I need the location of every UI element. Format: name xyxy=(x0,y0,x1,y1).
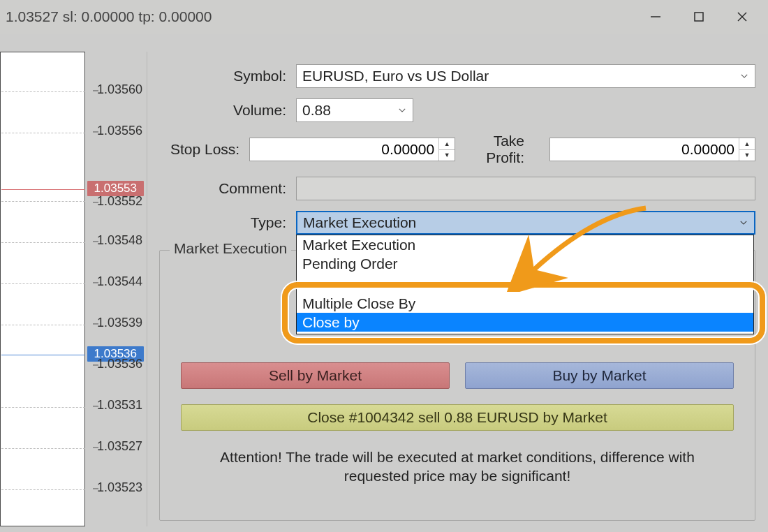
comment-label: Comment: xyxy=(159,180,296,197)
type-selected-value: Market Execution xyxy=(303,214,416,231)
type-label: Type: xyxy=(159,214,296,231)
tick-label: 1.03552 xyxy=(97,194,142,208)
price-chart-panel: 1.03560 1.03556 1.03553 1.03552 1.03548 … xyxy=(0,52,147,526)
chart-axis: 1.03560 1.03556 1.03553 1.03552 1.03548 … xyxy=(85,52,147,526)
titlebar: 1.03527 sl: 0.00000 tp: 0.00000 xyxy=(0,0,768,34)
ask-price-line xyxy=(1,189,85,191)
type-select[interactable]: Market Execution xyxy=(296,211,755,235)
sell-button-label: Sell by Market xyxy=(269,367,362,384)
type-option-close-by[interactable]: Close by xyxy=(297,313,753,332)
type-option-pending-order[interactable]: Pending Order xyxy=(297,254,753,273)
stop-loss-input[interactable]: ▲▼ xyxy=(249,138,455,161)
take-profit-input[interactable]: ▲▼ xyxy=(549,138,755,161)
window-title: 1.03527 sl: 0.00000 tp: 0.00000 xyxy=(6,8,634,25)
market-execution-title: Market Execution xyxy=(170,240,291,257)
maximize-button[interactable] xyxy=(677,0,721,34)
tick-label: 1.03531 xyxy=(97,398,142,412)
close-window-button[interactable] xyxy=(721,0,764,34)
volume-label: Volume: xyxy=(159,102,296,119)
chevron-down-icon xyxy=(397,102,407,119)
chevron-down-icon xyxy=(739,68,749,84)
symbol-select[interactable]: EURUSD, Euro vs US Dollar xyxy=(296,64,755,88)
chart-canvas xyxy=(0,52,85,526)
buy-by-market-button[interactable]: Buy by Market xyxy=(465,362,734,389)
svg-rect-1 xyxy=(695,13,703,21)
minimize-button[interactable] xyxy=(634,0,677,34)
sell-by-market-button[interactable]: Sell by Market xyxy=(181,362,450,389)
tick-label: 1.03548 xyxy=(97,233,142,247)
tick-label: 1.03523 xyxy=(97,480,142,494)
buy-button-label: Buy by Market xyxy=(552,367,646,384)
tick-label: 1.03556 xyxy=(97,124,142,138)
volume-value: 0.88 xyxy=(302,102,331,119)
close-button-label: Close #1004342 sell 0.88 EURUSD by Marke… xyxy=(307,409,607,426)
type-option-multiple-close-by[interactable]: Multiple Close By xyxy=(297,294,753,313)
stop-loss-label: Stop Loss: xyxy=(159,141,249,158)
take-profit-label: Take Profit: xyxy=(486,133,534,166)
symbol-label: Symbol: xyxy=(159,68,296,84)
comment-input[interactable] xyxy=(296,177,755,200)
tick-label: 1.03527 xyxy=(97,439,142,453)
bid-price-line xyxy=(1,355,85,356)
attention-text: Attention! The trade will be executed at… xyxy=(188,448,727,486)
take-profit-spinner[interactable]: ▲▼ xyxy=(739,138,755,161)
symbol-value: EURUSD, Euro vs US Dollar xyxy=(302,68,489,84)
chevron-down-icon xyxy=(739,214,748,231)
type-option-market-execution[interactable]: Market Execution xyxy=(297,235,753,254)
stop-loss-field[interactable] xyxy=(250,140,438,158)
volume-select[interactable]: 0.88 xyxy=(296,98,413,122)
tick-label: 1.03544 xyxy=(97,274,142,288)
close-position-button[interactable]: Close #1004342 sell 0.88 EURUSD by Marke… xyxy=(181,404,734,431)
type-dropdown-list[interactable]: Market Execution Pending Order Multiple … xyxy=(296,235,754,334)
tick-label: 1.03539 xyxy=(97,316,142,330)
take-profit-field[interactable] xyxy=(550,140,739,158)
tick-label: 1.03560 xyxy=(97,82,142,96)
order-form: Symbol: EURUSD, Euro vs US Dollar Volume… xyxy=(159,64,755,235)
stop-loss-spinner[interactable]: ▲▼ xyxy=(438,138,455,161)
tick-label: 1.03536 xyxy=(97,357,142,371)
